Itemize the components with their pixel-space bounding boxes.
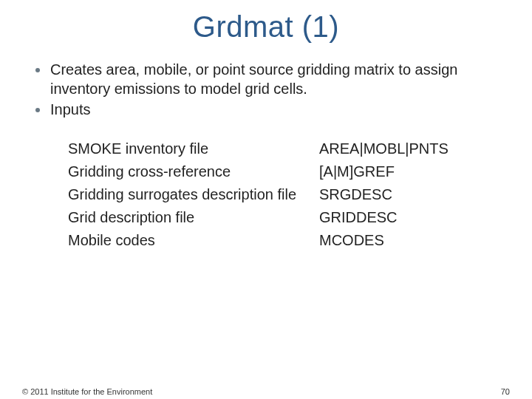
input-description: Grid description file <box>68 207 319 228</box>
input-code: GRIDDESC <box>319 207 398 228</box>
footer-copyright: © 2011 Institute for the Environment <box>22 387 152 396</box>
bullet-dot-icon <box>35 108 40 112</box>
input-code: AREA|MOBL|PNTS <box>319 138 449 160</box>
slide-container: Grdmat (1) Creates area, mobile, or poin… <box>0 10 532 399</box>
input-code: SRGDESC <box>319 184 392 205</box>
table-row: Gridding cross-reference [A|M]GREF <box>68 161 497 183</box>
table-row: Gridding surrogates description file SRG… <box>68 184 497 205</box>
bullet-text: Inputs <box>50 100 90 119</box>
table-row: Grid description file GRIDDESC <box>68 207 497 228</box>
input-description: Mobile codes <box>68 230 319 251</box>
input-description: Gridding cross-reference <box>68 161 319 183</box>
input-code: MCODES <box>319 230 384 251</box>
title-part: (1) <box>302 10 339 43</box>
bullet-item: Creates area, mobile, or point source gr… <box>35 60 497 98</box>
table-row: Mobile codes MCODES <box>68 230 497 251</box>
inputs-table: SMOKE inventory file AREA|MOBL|PNTS Grid… <box>68 138 497 251</box>
bullet-dot-icon <box>35 68 40 72</box>
slide-title: Grdmat (1) <box>0 10 532 44</box>
input-code: [A|M]GREF <box>319 161 395 183</box>
input-description: SMOKE inventory file <box>68 138 319 160</box>
input-description: Gridding surrogates description file <box>68 184 319 205</box>
table-row: SMOKE inventory file AREA|MOBL|PNTS <box>68 138 497 160</box>
title-main: Grdmat <box>193 10 293 43</box>
bullet-item: Inputs <box>35 100 497 119</box>
page-number: 70 <box>501 387 510 396</box>
content-area: Creates area, mobile, or point source gr… <box>0 60 532 251</box>
bullet-text: Creates area, mobile, or point source gr… <box>50 60 497 98</box>
